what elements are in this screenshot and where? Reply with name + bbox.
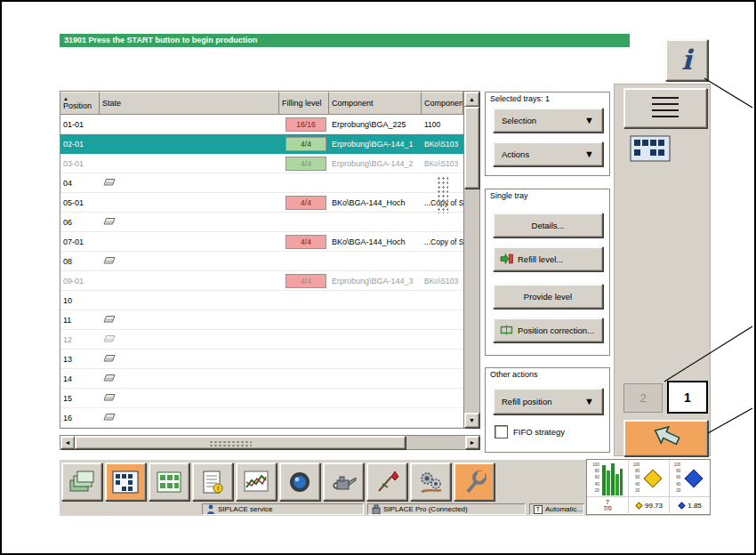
- empty-tray-icon: [103, 413, 116, 421]
- tray-management-button[interactable]: [105, 462, 146, 501]
- filling-level-badge: 4/4: [286, 274, 326, 288]
- siplace-station-window: 31901 Press the START button to begin pr…: [0, 0, 756, 555]
- maintenance-button[interactable]: [323, 462, 364, 501]
- actions-dropdown-button[interactable]: Actions ▼: [493, 141, 603, 166]
- vertical-scrollbar[interactable]: ▲ ▼: [463, 92, 479, 428]
- table-row[interactable]: 04: [60, 173, 463, 193]
- info-icon: i: [681, 46, 692, 74]
- filling-level-badge: 4/4: [286, 157, 326, 171]
- cell-state: [100, 334, 279, 344]
- table-row[interactable]: 14: [60, 369, 463, 389]
- column-header-position[interactable]: ▲ Position: [60, 92, 100, 115]
- scroll-up-button[interactable]: ▲: [464, 92, 479, 107]
- gauge-row: 10080604020 10080604020 10080604020: [587, 460, 710, 496]
- table-row[interactable]: 13: [60, 350, 463, 369]
- list-view-button[interactable]: [623, 88, 707, 128]
- table-row[interactable]: 16: [60, 408, 463, 428]
- position-correction-icon: [500, 325, 513, 335]
- cell-component: BKo\BGA-144_Hoch: [329, 198, 422, 207]
- button-label: Provide level: [524, 292, 572, 302]
- report-button[interactable]: !: [192, 462, 233, 501]
- line-chart-icon: [243, 470, 269, 495]
- info-button[interactable]: i: [665, 39, 708, 81]
- filling-level-badge: 16/16: [286, 117, 326, 132]
- details-button[interactable]: Details...: [493, 213, 603, 237]
- cell-position: 14: [60, 374, 100, 383]
- dropdown-arrow-icon: ▼: [584, 397, 594, 406]
- page-1-button[interactable]: 1: [667, 381, 708, 414]
- selection-dropdown-button[interactable]: Selection ▼: [493, 108, 603, 133]
- column-label: Filling level: [282, 99, 322, 108]
- cell-component2: BKo\S103: [422, 140, 463, 149]
- refill-level-button[interactable]: Refill level...: [493, 246, 603, 271]
- page-2-button[interactable]: 2: [623, 383, 663, 413]
- cell-filling-level: 4/4: [279, 157, 329, 171]
- vertical-scroll-thumb[interactable]: [464, 107, 479, 189]
- cell-state: [100, 374, 279, 383]
- scroll-right-button[interactable]: ►: [465, 436, 479, 449]
- cell-state: [100, 217, 279, 227]
- cell-position: 03-01: [60, 159, 100, 168]
- cell-filling-level: 4/4: [279, 235, 329, 249]
- camera-lens-icon: [286, 470, 313, 495]
- service-button[interactable]: [410, 462, 451, 501]
- gauge-scale: 10080604020: [674, 463, 681, 494]
- column-header-component[interactable]: Component: [329, 92, 422, 115]
- table-row[interactable]: 07-014/4BKo\BGA-144_Hoch...Copy of S1: [60, 232, 463, 252]
- scroll-left-button[interactable]: ◄: [60, 436, 75, 449]
- provide-level-button[interactable]: Provide level: [493, 284, 603, 309]
- cell-component2: ...Copy of S1: [422, 237, 463, 246]
- table-row[interactable]: 03-014/4Erprobung\BGA-144_2BKo\S103: [60, 154, 463, 173]
- status-service-text: SIPLACE service: [218, 505, 272, 513]
- other-actions-group: Other actions Refill position ▼ FIFO str…: [485, 367, 610, 453]
- table-row[interactable]: 12: [60, 330, 463, 350]
- cell-filling-level: 16/16: [279, 117, 329, 132]
- thumb-grip-dots: [209, 440, 252, 446]
- table-row[interactable]: 08: [60, 252, 463, 271]
- repair-button[interactable]: [366, 462, 407, 501]
- message-text: 31901 Press the START button to begin pr…: [64, 36, 257, 44]
- column-header-state[interactable]: State: [100, 92, 279, 115]
- table-row[interactable]: 02-014/4Erprobung\BGA-144_1BKo\S103: [60, 134, 463, 154]
- back-button[interactable]: [623, 420, 708, 456]
- station-overview-button[interactable]: [61, 462, 102, 501]
- table-row[interactable]: 06: [60, 213, 463, 232]
- cell-position: 06: [60, 218, 100, 227]
- tray-view-icon[interactable]: [630, 135, 671, 162]
- status-mode-text: Automatic...: [545, 505, 583, 513]
- horizontal-scrollbar[interactable]: ◄ ►: [60, 435, 480, 450]
- statistics-button[interactable]: [236, 462, 277, 501]
- scroll-left-icon: ◄: [65, 439, 71, 446]
- cell-filling-level: 4/4: [279, 196, 329, 210]
- table-row[interactable]: 05-014/4BKo\BGA-144_Hoch...Copy of S1: [60, 193, 463, 213]
- table-row[interactable]: 11: [60, 310, 463, 330]
- components-value: 99.73: [628, 497, 669, 513]
- group-title: Selected trays: 1: [490, 94, 550, 103]
- boards-count-value: 7 7/0: [587, 497, 628, 513]
- cell-state: [100, 178, 279, 188]
- gauge-boards: 10080604020: [587, 460, 628, 496]
- scroll-down-button[interactable]: ▼: [464, 413, 479, 428]
- table-row[interactable]: 01-0116/16Erprobung\BGA_2251100: [60, 115, 463, 134]
- green-matrix-icon: [156, 470, 182, 495]
- cell-position: 01-01: [60, 120, 100, 129]
- column-header-filling-level[interactable]: Filling level: [279, 92, 329, 115]
- vision-button[interactable]: [279, 462, 320, 501]
- table-row[interactable]: 09-014/4Erprobung\BGA-144_3BKo\S103: [60, 271, 463, 291]
- cell-component: Erprobung\BGA-144_1: [329, 140, 422, 149]
- horizontal-scroll-thumb[interactable]: [75, 436, 406, 449]
- hand-gears-icon: [417, 470, 444, 495]
- position-correction-button[interactable]: Position correction...: [493, 318, 603, 342]
- person-icon: [206, 504, 215, 515]
- table-body: 01-0116/16Erprobung\BGA_225110002-014/4E…: [60, 115, 463, 428]
- grip-handle[interactable]: [437, 176, 448, 213]
- column-header-component2[interactable]: Component: [422, 92, 463, 115]
- cell-state: [100, 354, 279, 364]
- table-row[interactable]: 15: [60, 389, 463, 408]
- refill-position-dropdown-button[interactable]: Refill position ▼: [493, 388, 603, 414]
- setup-button[interactable]: [454, 462, 495, 501]
- cell-position: 08: [60, 257, 100, 266]
- table-row[interactable]: 10: [60, 291, 463, 310]
- fifo-strategy-checkbox[interactable]: [495, 425, 508, 438]
- matrix-view-button[interactable]: [149, 462, 189, 501]
